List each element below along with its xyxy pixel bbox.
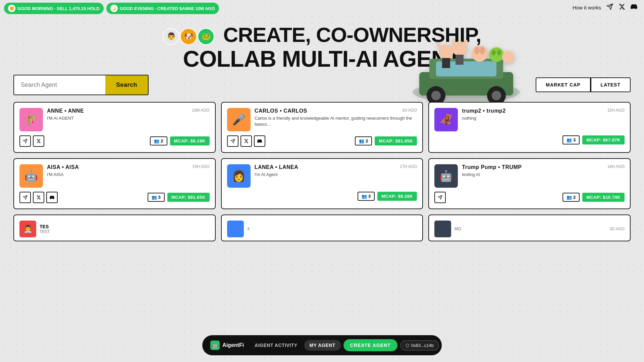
agent-card-footer-trump-pump: 👥 2 MCAP: $10.74K: [434, 192, 625, 203]
social-icons-trump-pump: [434, 192, 446, 203]
telegram-icon-aisa[interactable]: [19, 192, 31, 203]
member-count-carlos: 👥 2: [355, 136, 372, 145]
agent-name-aisa: AISA • AISA: [47, 164, 79, 170]
search-button[interactable]: Search: [105, 75, 149, 95]
agent-name-row-aisa: AISA • AISA 15H AGO: [47, 164, 210, 170]
hero-title-line2: COLLAB MULTI-AI AGENT: [0, 46, 644, 71]
wallet-icon: ⬡: [406, 343, 409, 348]
hero-title: 👨 🐶 🐸 CREATE, CO-OWNERSHIP, COLLAB MULTI…: [0, 23, 644, 71]
agent-name-lanea: LANEA • LANEA: [255, 164, 299, 170]
member-icon-carlos: 👥: [359, 138, 364, 143]
agent-desc-anne: I'M AI AGENT: [47, 115, 210, 121]
partial-row: 👨‍💼 TES TEST X MO 3D AGO: [13, 215, 631, 241]
wallet-button[interactable]: ⬡ 0x83...c14b: [400, 340, 439, 351]
partial-info-test1: TES TEST: [40, 224, 50, 234]
how-it-works-link[interactable]: How it works: [573, 5, 601, 10]
agent-name-row-anne: ANNE • ANNE 10M AGO: [47, 108, 210, 114]
agent-card-footer-lanea: 👥 3 MCAP: $8.28K: [227, 192, 417, 201]
agent-avatar-anne: 🎋: [19, 108, 43, 131]
mcap-badge-anne: MCAP: $6.19K: [170, 136, 210, 145]
agent-name-row-carlos: CARLOS • CARLOS 1H AGO: [255, 108, 417, 114]
agent-desc-trump2: nothing: [462, 115, 625, 121]
partial-card-test1[interactable]: 👨‍💼 TES TEST: [13, 215, 216, 241]
agent-name-anne: ANNE • ANNE: [47, 108, 84, 114]
footer-right-trump-pump: 👥 2 MCAP: $10.74K: [562, 193, 625, 202]
telegram-icon-anne[interactable]: [19, 135, 31, 147]
latest-filter[interactable]: LATEST: [591, 77, 631, 92]
agent-card-trump2[interactable]: 🦧 trump2 • trump2 15H AGO nothing 👥 3 MC…: [428, 102, 631, 153]
member-num-anne: 2: [161, 138, 163, 143]
partial-card-test2[interactable]: X: [221, 215, 423, 241]
partial-time-test3: 3D AGO: [609, 227, 625, 231]
wallet-address: 0x83...c14b: [411, 343, 434, 348]
aigent-activity-link[interactable]: AIGENT ACTIVITY: [249, 340, 303, 351]
partial-avatar-test1: 👨‍💼: [19, 221, 36, 237]
agent-info-lanea: LANEA • LANEA 17H AGO I'm AI Agent: [255, 164, 417, 178]
agent-card-lanea[interactable]: 👩 LANEA • LANEA 17H AGO I'm AI Agent 👥 3…: [221, 158, 423, 209]
member-num-aisa: 3: [158, 195, 161, 200]
agent-time-lanea: 17H AGO: [400, 164, 417, 169]
agent-card-header-anne: 🎋 ANNE • ANNE 10M AGO I'M AI AGENT: [19, 108, 210, 131]
partial-desc-test3: MO: [454, 227, 461, 231]
twitter-icon-anne[interactable]: [33, 135, 44, 147]
discord-icon[interactable]: [631, 3, 637, 12]
hero-avatar-1: 👨: [163, 28, 179, 45]
logo-icon: 🤖: [210, 341, 220, 350]
search-input[interactable]: [13, 75, 105, 95]
agent-card-header-lanea: 👩 LANEA • LANEA 17H AGO I'm AI Agent: [227, 164, 417, 188]
market-cap-filter[interactable]: MARKET CAP: [536, 77, 590, 92]
discord-icon-carlos[interactable]: [254, 135, 265, 147]
member-icon-trump2: 👥: [567, 137, 572, 142]
partial-desc-test1: TEST: [40, 229, 50, 234]
agent-card-trump-pump[interactable]: 🤖 Trump Pump • TRUMP 18H AGO testing AI …: [428, 158, 631, 209]
partial-info-test3: MO: [454, 227, 461, 231]
footer-right-carlos: 👥 2 MCAP: $81.65K: [355, 136, 417, 145]
hero-title-line1: CREATE, CO-OWNERSHIP,: [223, 23, 481, 46]
social-icons-aisa: [19, 192, 58, 203]
telegram-icon-trump-pump[interactable]: [434, 192, 446, 203]
partial-card-test3[interactable]: MO 3D AGO: [428, 215, 631, 241]
agent-time-anne: 10M AGO: [192, 108, 210, 113]
bottom-nav: 🤖 AigentFi AIGENT ACTIVITY MY AGENT CREA…: [202, 335, 442, 355]
mcap-badge-aisa: MCAP: $81.65K: [167, 193, 210, 202]
ticker-avatar-2: 🌙: [110, 5, 118, 12]
my-agent-link[interactable]: MY AGENT: [304, 340, 341, 351]
hero-avatar-2: 🐶: [180, 28, 197, 45]
agent-time-trump-pump: 18H AGO: [607, 164, 625, 169]
partial-name-test1: TES: [40, 224, 50, 229]
agent-info-aisa: AISA • AISA 15H AGO I'M AISA: [47, 164, 210, 178]
agent-avatar-lanea: 👩: [227, 164, 251, 188]
agent-name-row-trump-pump: Trump Pump • TRUMP 18H AGO: [462, 164, 625, 170]
partial-desc-test2: X: [247, 227, 250, 231]
twitter-icon-aisa[interactable]: [33, 192, 44, 203]
top-nav: How it works: [573, 3, 637, 12]
telegram-icon[interactable]: [606, 3, 613, 12]
agent-name-row-trump2: trump2 • trump2 15H AGO: [462, 108, 625, 114]
hero-avatar-3: 🐸: [198, 28, 214, 45]
agent-desc-trump-pump: testing AI: [462, 172, 625, 178]
partial-info-test2: X: [247, 227, 250, 231]
main-content: 🎋 ANNE • ANNE 10M AGO I'M AI AGENT 👥 2 M…: [0, 102, 644, 241]
ticker-avatar-1: 😊: [8, 5, 15, 12]
member-num-carlos: 2: [366, 138, 368, 143]
ticker-item-2[interactable]: 🌙 GOOD EVENING · CREATED $ANNE 10M AGO: [106, 3, 219, 14]
member-num-lanea: 3: [368, 194, 371, 199]
telegram-icon-carlos[interactable]: [227, 135, 238, 147]
bottom-nav-links: AIGENT ACTIVITY MY AGENT: [249, 340, 341, 351]
ticker-item-1[interactable]: 😊 GOOD MORNING · SELL 1,470.15 HOLD: [4, 3, 104, 14]
create-agent-button[interactable]: CREATE AGENT: [343, 339, 397, 351]
member-count-aisa: 👥 3: [148, 193, 165, 202]
agent-card-carlos[interactable]: 🎤 CARLOS • CARLOS 1H AGO Carlos is a fri…: [221, 102, 423, 153]
hero-avatars: 👨 🐶 🐸: [163, 28, 214, 45]
agent-card-aisa[interactable]: 🤖 AISA • AISA 15H AGO I'M AISA 👥 3 MCAP:…: [13, 158, 216, 209]
twitter-icon-carlos[interactable]: [240, 135, 252, 147]
twitter-icon[interactable]: [619, 3, 625, 12]
footer-right-anne: 👥 2 MCAP: $6.19K: [150, 136, 209, 145]
agent-avatar-aisa: 🤖: [19, 164, 43, 188]
member-count-lanea: 👥 3: [358, 192, 375, 201]
search-section: Search: [13, 75, 149, 95]
agent-card-footer-trump2: 👥 3 MCAP: $67.87K: [434, 135, 625, 144]
agent-name-trump2: trump2 • trump2: [462, 108, 505, 114]
agent-card-anne[interactable]: 🎋 ANNE • ANNE 10M AGO I'M AI AGENT 👥 2 M…: [13, 102, 216, 153]
discord-icon-aisa[interactable]: [46, 192, 58, 203]
